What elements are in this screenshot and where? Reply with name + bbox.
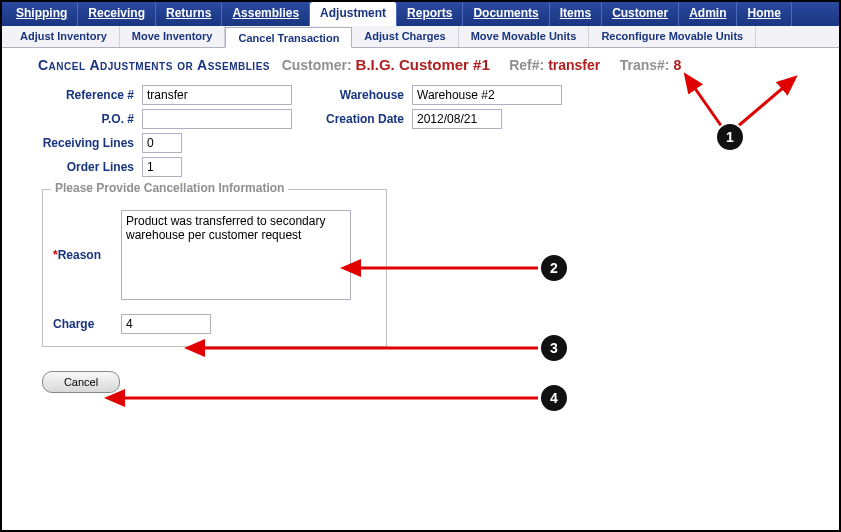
- tab-reports[interactable]: Reports: [397, 2, 463, 26]
- reference-input[interactable]: [142, 85, 292, 105]
- cancellation-legend: Please Provide Cancellation Information: [51, 181, 288, 195]
- page-header: Cancel Adjustments or Assemblies Custome…: [2, 48, 839, 77]
- tab-assemblies[interactable]: Assemblies: [222, 2, 310, 26]
- order-lines-label: Order Lines: [22, 160, 142, 174]
- customer-label: Customer:: [282, 57, 352, 73]
- subtab-cancel-transaction[interactable]: Cancel Transaction: [225, 27, 352, 48]
- top-nav: Shipping Receiving Returns Assemblies Ad…: [2, 2, 839, 26]
- form-area: Reference # Warehouse P.O. # Creation Da…: [2, 77, 839, 397]
- tab-adjustment[interactable]: Adjustment: [310, 2, 397, 26]
- tab-receiving[interactable]: Receiving: [78, 2, 156, 26]
- charge-input[interactable]: [121, 314, 211, 334]
- tab-shipping[interactable]: Shipping: [6, 2, 78, 26]
- subtab-reconfigure-movable-units[interactable]: Reconfigure Movable Units: [589, 26, 756, 47]
- po-label: P.O. #: [22, 112, 142, 126]
- tab-admin[interactable]: Admin: [679, 2, 737, 26]
- creation-date-input[interactable]: [412, 109, 502, 129]
- subtab-adjust-charges[interactable]: Adjust Charges: [352, 26, 458, 47]
- charge-label: Charge: [53, 317, 121, 331]
- subtab-move-movable-units[interactable]: Move Movable Units: [459, 26, 590, 47]
- cancel-button[interactable]: Cancel: [42, 371, 120, 393]
- sub-nav: Adjust Inventory Move Inventory Cancel T…: [2, 26, 839, 48]
- page-title: Cancel Adjustments or Assemblies: [38, 57, 270, 73]
- creation-date-label: Creation Date: [322, 112, 412, 126]
- cancellation-fieldset: Please Provide Cancellation Information …: [42, 189, 387, 347]
- tab-documents[interactable]: Documents: [463, 2, 549, 26]
- trans-value: 8: [673, 57, 681, 73]
- tab-home[interactable]: Home: [737, 2, 791, 26]
- order-lines-input[interactable]: [142, 157, 182, 177]
- warehouse-input[interactable]: [412, 85, 562, 105]
- reference-label: Reference #: [22, 88, 142, 102]
- tab-returns[interactable]: Returns: [156, 2, 222, 26]
- warehouse-label: Warehouse: [322, 88, 412, 102]
- tab-customer[interactable]: Customer: [602, 2, 679, 26]
- subtab-adjust-inventory[interactable]: Adjust Inventory: [8, 26, 120, 47]
- subtab-move-inventory[interactable]: Move Inventory: [120, 26, 226, 47]
- reason-label: *Reason: [53, 248, 121, 262]
- receiving-lines-input[interactable]: [142, 133, 182, 153]
- po-input[interactable]: [142, 109, 292, 129]
- ref-label: Ref#:: [509, 57, 544, 73]
- reason-textarea[interactable]: [121, 210, 351, 300]
- receiving-lines-label: Receiving Lines: [22, 136, 142, 150]
- tab-items[interactable]: Items: [550, 2, 602, 26]
- trans-label: Trans#:: [620, 57, 670, 73]
- ref-value: transfer: [548, 57, 600, 73]
- customer-value: B.I.G. Customer #1: [356, 56, 490, 73]
